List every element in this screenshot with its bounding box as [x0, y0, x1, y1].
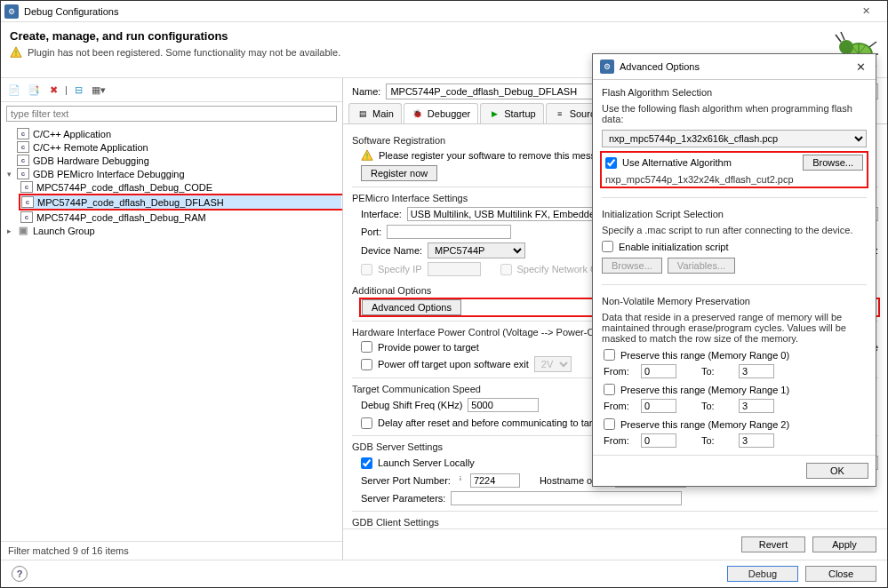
tab-startup[interactable]: ▶Startup: [480, 103, 543, 123]
tree-launch-group[interactable]: ▸▣Launch Group: [4, 224, 342, 237]
memory-range-1: Preserve this range (Memory Range 1) Fro…: [604, 384, 867, 413]
filter-row: [6, 106, 337, 122]
device-select[interactable]: MPC5744P: [428, 242, 525, 258]
launch-group-icon: ▣: [17, 225, 29, 236]
new-config-icon[interactable]: 📄: [6, 82, 22, 98]
titlebar: ⚙ Debug Configurations ✕: [1, 1, 887, 22]
svg-rect-13: [366, 153, 367, 156]
svg-rect-0: [15, 50, 16, 53]
enable-init-checkbox[interactable]: [602, 241, 613, 252]
tree-gdb-pemicro[interactable]: ▾cGDB PEMicro Interface Debugging: [4, 167, 342, 180]
init-script-desc: Specify a .mac script to run after conne…: [602, 225, 867, 235]
tab-main[interactable]: ▤Main: [348, 103, 402, 123]
window-title: Debug Configurations: [24, 6, 118, 17]
memory-range-0: Preserve this range (Memory Range 0) Fro…: [604, 349, 867, 378]
warning-icon: [10, 46, 22, 59]
dialog-app-icon: ⚙: [600, 60, 614, 74]
config-tree[interactable]: cC/C++ Application cC/C++ Remote Applica…: [1, 125, 342, 541]
tree-item-ram[interactable]: cMPC5744P_code_dflash_Debug_RAM: [20, 211, 342, 224]
voltage-select[interactable]: 2V: [534, 356, 572, 372]
window-close-button[interactable]: ✕: [848, 1, 884, 22]
warning-icon-2: [361, 149, 373, 162]
debug-button[interactable]: Debug: [727, 566, 798, 582]
page-title: Create, manage, and run configurations: [10, 29, 340, 43]
dialog-ok-button[interactable]: OK: [806, 463, 868, 479]
advanced-options-dialog: ⚙ Advanced Options ✕ Flash Algorithm Sel…: [592, 53, 876, 487]
browse-script-button[interactable]: Browse...: [602, 258, 662, 274]
tree-gdb-hw[interactable]: cGDB Hardware Debugging: [4, 154, 342, 167]
svg-line-9: [841, 32, 844, 40]
flash-algo-desc: Use the following flash algorithm when p…: [602, 103, 867, 124]
play-icon: ▶: [488, 107, 500, 120]
provide-power-checkbox[interactable]: [361, 341, 372, 353]
filter-match-text: Filter matched 9 of 16 items: [1, 541, 342, 560]
ip-input: [428, 262, 481, 276]
highlight-alt-algorithm: Use Alternative Algorithm Browse... nxp_…: [600, 151, 868, 188]
delete-icon[interactable]: ✖: [45, 82, 61, 98]
svg-rect-1: [15, 55, 16, 56]
flash-algo-title: Flash Algorithm Selection: [602, 87, 867, 98]
bottom-bar: ? Debug Close: [1, 560, 887, 587]
use-alt-algo-checkbox[interactable]: [605, 157, 617, 169]
range-1-from-input[interactable]: [641, 399, 676, 413]
tree-item-dflash[interactable]: cMPC5744P_code_dflash_Debug_DFLASH: [21, 195, 341, 209]
source-icon: ≡: [554, 107, 566, 120]
advanced-options-button[interactable]: Advanced Options: [362, 299, 461, 315]
specify-ip-checkbox[interactable]: [361, 264, 372, 275]
tree-pane: 📄 📑 ✖ | ⊟ ▦▾ cC/C++ Application cC/C++ R…: [1, 78, 343, 560]
gdb-client-title: GDB Client Settings: [352, 517, 878, 528]
preserve-range-1-checkbox[interactable]: [604, 384, 615, 395]
tree-item-code[interactable]: cMPC5744P_code_dflash_Debug_CODE: [20, 180, 342, 194]
svg-point-4: [839, 40, 853, 54]
svg-line-10: [869, 42, 876, 47]
debug-freq-input[interactable]: [468, 398, 539, 412]
preserve-range-2-checkbox[interactable]: [604, 418, 615, 430]
dialog-titlebar: ⚙ Advanced Options ✕: [593, 54, 876, 80]
dialog-close-button[interactable]: ✕: [849, 58, 872, 75]
specify-card-checkbox[interactable]: [500, 264, 512, 275]
variables-button[interactable]: Variables...: [668, 258, 735, 274]
tree-c-remote-app[interactable]: cC/C++ Remote Application: [4, 140, 342, 154]
filter-dropdown-icon[interactable]: ▦▾: [91, 82, 107, 98]
init-script-title: Initialization Script Selection: [602, 209, 867, 219]
bug-icon: 🐞: [412, 107, 424, 120]
launch-server-checkbox[interactable]: [361, 457, 372, 469]
browse-algo-button[interactable]: Browse...: [803, 155, 863, 171]
preserve-range-0-checkbox[interactable]: [604, 349, 615, 361]
nv-mem-desc: Data that reside in a preserved range of…: [602, 312, 867, 344]
range-1-to-input[interactable]: [739, 399, 774, 413]
caret-right-icon: ▸: [4, 226, 13, 235]
register-now-button[interactable]: Register now: [361, 165, 437, 181]
range-2-to-input[interactable]: [739, 433, 774, 448]
memory-range-2: Preserve this range (Memory Range 2) Fro…: [604, 418, 867, 448]
flash-algo-select[interactable]: nxp_mpc5744p_1x32x616k_cflash.pcp: [602, 130, 867, 147]
tree-toolbar: 📄 📑 ✖ | ⊟ ▦▾: [1, 78, 342, 102]
name-label: Name:: [352, 86, 380, 97]
help-icon[interactable]: ?: [12, 566, 28, 582]
tab-debugger[interactable]: 🐞Debugger: [404, 103, 478, 123]
close-button[interactable]: Close: [805, 566, 876, 582]
debug-app-icon: ⚙: [4, 4, 19, 19]
duplicate-icon[interactable]: 📑: [26, 82, 42, 98]
server-port-input[interactable]: [470, 473, 520, 488]
range-0-to-input[interactable]: [739, 364, 774, 378]
register-message: Please register your software to remove …: [379, 150, 614, 161]
range-2-from-input[interactable]: [641, 433, 676, 448]
port-input[interactable]: [387, 225, 511, 239]
svg-rect-14: [366, 158, 367, 159]
highlight-selected-config: cMPC5744P_code_dflash_Debug_DFLASH: [19, 194, 342, 211]
main-icon: ▤: [356, 107, 369, 120]
alt-algo-path: nxp_mpc5744p_1x32x24k_dflash_cut2.pcp: [605, 174, 863, 185]
apply-button[interactable]: Apply: [812, 536, 876, 552]
revert-button[interactable]: Revert: [741, 536, 805, 552]
range-0-from-input[interactable]: [641, 364, 676, 378]
dialog-title: Advanced Options: [620, 61, 700, 72]
delay-reset-checkbox[interactable]: [361, 417, 372, 429]
expand-icon[interactable]: ⊟: [71, 82, 87, 98]
poweroff-checkbox[interactable]: [361, 359, 372, 370]
form-footer: Revert Apply: [343, 528, 887, 560]
server-params-input[interactable]: [451, 491, 682, 505]
tree-c-app[interactable]: cC/C++ Application: [4, 127, 342, 140]
filter-input[interactable]: [6, 106, 337, 122]
svg-line-8: [836, 35, 841, 42]
